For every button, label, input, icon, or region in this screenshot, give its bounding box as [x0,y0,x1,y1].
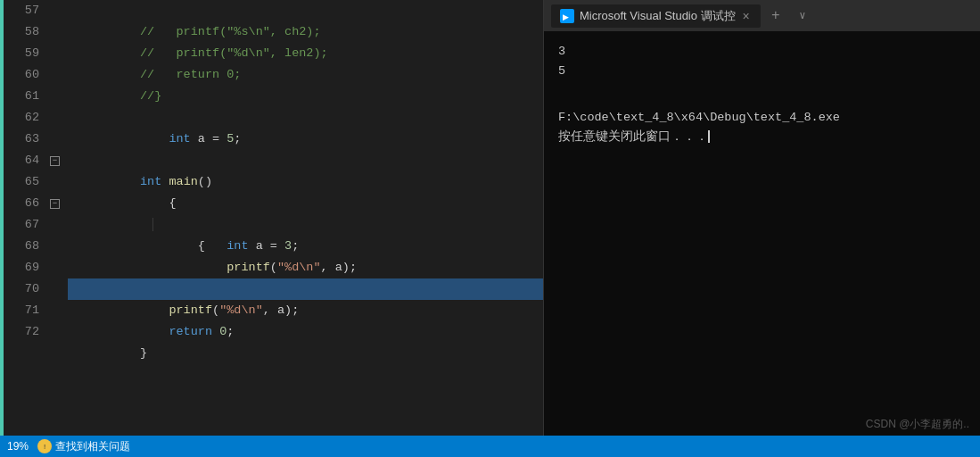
terminal-dropdown[interactable]: ∨ [791,4,814,28]
code-line-64: int main() [68,150,543,171]
terminal-tab-close[interactable]: × [741,9,752,23]
code-line-58: // printf("%d\n", len2); [68,21,543,43]
code-content-area[interactable]: // printf("%s\n", ch2); // printf("%d\n"… [64,0,543,436]
code-line-61 [68,86,543,107]
code-editor: 57 58 59 60 61 62 63 64 65 66 67 68 69 7… [0,0,544,436]
terminal-output-line-2: 5 [558,62,966,81]
status-left: 19% ! 查找到相关问题 [7,439,130,454]
code-line-62: int a = 5; [68,107,543,129]
warning-text[interactable]: 查找到相关问题 [55,439,130,454]
code-line-63 [68,129,543,150]
cursor [708,130,710,143]
code-line-67: int a = 3; [68,214,543,236]
terminal-output: 3 5 F:\code\text_4_8\x64\Debug\text_4_8.… [544,31,980,413]
svg-text:▶: ▶ [563,12,569,21]
code-line-72: } [68,321,543,343]
terminal-tab-bar: ▶ Microsoft Visual Studio 调试控 × + ∨ [544,0,980,31]
code-line-60: //} [68,64,543,86]
warning-icon: ! [37,439,52,453]
terminal-tab-vs[interactable]: ▶ Microsoft Visual Studio 调试控 × [551,4,761,28]
code-line-57: // printf("%s\n", ch2); [68,0,543,21]
zoom-level: 19% [7,440,29,453]
terminal-add-tab[interactable]: + [764,4,787,28]
fold-button-66[interactable]: − [50,199,60,209]
terminal-panel: ▶ Microsoft Visual Studio 调试控 × + ∨ 3 5 … [544,0,980,436]
fold-button-64[interactable]: − [50,156,60,166]
terminal-output-line-1: 3 [558,42,966,62]
watermark-text: CSDN @小李超勇的.. [866,417,969,432]
code-line-65: { [68,171,543,193]
code-line-66: { [68,193,543,214]
vs-tab-icon: ▶ [560,9,574,23]
code-line-68: printf("%d\n", a); [68,236,543,257]
terminal-path: F:\code\text_4_8\x64\Debug\text_4_8.exe [558,108,966,128]
terminal-press-key: 按任意键关闭此窗口．．． [558,128,966,147]
code-line-71: return 0; [68,300,543,321]
fold-gutter: − − [46,0,64,436]
svg-text:!: ! [44,443,45,451]
terminal-tab-label: Microsoft Visual Studio 调试控 [580,8,736,24]
status-warning-area[interactable]: ! 查找到相关问题 [37,439,130,454]
status-bar: 19% ! 查找到相关问题 [0,436,980,457]
terminal-bottom-bar: CSDN @小李超勇的.. [544,413,980,436]
code-line-70: printf("%d\n", a); [68,278,543,300]
code-line-59: // return 0; [68,43,543,64]
code-line-69: } [68,257,543,278]
line-numbers: 57 58 59 60 61 62 63 64 65 66 67 68 69 7… [4,0,46,436]
